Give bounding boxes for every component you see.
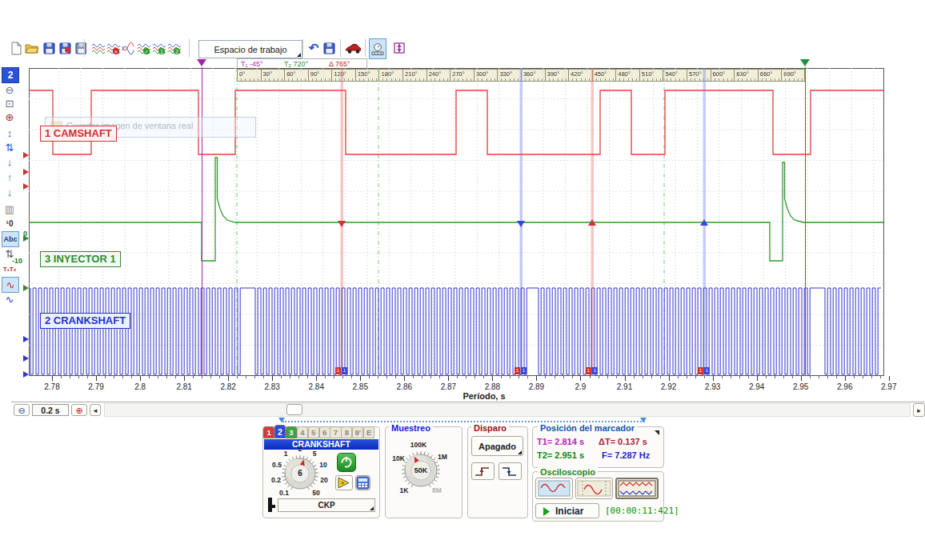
x-axis-minor-tick <box>527 376 528 378</box>
waves-view-button[interactable] <box>90 39 106 57</box>
trigger-falling-edge-button[interactable] <box>499 462 522 480</box>
event-marker-down-icon[interactable] <box>338 221 346 227</box>
waves-two-button[interactable]: 2 <box>166 39 182 57</box>
channel-calc-button[interactable] <box>355 475 370 490</box>
scroll-left-button[interactable]: ◂ <box>90 404 101 416</box>
t1t2-markers-button[interactable]: T₁T₂ <box>2 262 18 276</box>
t1-degree-label: T₁ -45° <box>241 60 263 68</box>
labels-button[interactable]: Abc <box>2 231 19 247</box>
channel-tab-2[interactable]: 2 <box>274 425 286 438</box>
x-axis-minor-tick <box>457 376 458 378</box>
waves-close-button[interactable]: × <box>105 39 121 57</box>
channel-zero-marker-icon[interactable] <box>23 183 29 190</box>
scroll-right-button[interactable]: ▸ <box>913 403 925 417</box>
trigger-mode-label: Apagado <box>479 442 516 451</box>
waveform-red-button[interactable]: ∿ <box>2 277 19 293</box>
bottom-flag-blue: 1 <box>342 367 347 374</box>
channel-zero-marker-icon[interactable] <box>23 336 29 342</box>
t1-marker-flag-icon[interactable] <box>197 59 206 66</box>
probe-select-combo[interactable]: CKP <box>278 498 375 512</box>
visible-window-indicator[interactable] <box>282 421 645 422</box>
zoom-out-button[interactable]: ⊖ <box>2 82 18 97</box>
zoom-fit-button[interactable]: ⊡ <box>2 96 18 110</box>
channel-tab-E[interactable]: E <box>363 426 374 438</box>
channel-tab-9'[interactable]: 9' <box>352 426 363 438</box>
channel-test-button[interactable]: × <box>335 475 353 490</box>
move-down-button[interactable]: ↓ <box>2 185 18 199</box>
x-axis-minor-tick <box>430 376 431 378</box>
start-button-label: Iniciar <box>555 506 583 517</box>
new-file-button[interactable] <box>8 39 24 57</box>
sine-pair-button[interactable] <box>120 39 136 57</box>
channel-2-button[interactable]: 2 <box>2 67 19 83</box>
event-marker-down-icon[interactable] <box>517 221 525 227</box>
save-as-file-button[interactable] <box>57 39 73 57</box>
t2-marker-line[interactable] <box>805 67 806 376</box>
x-axis-minor-tick <box>466 376 467 378</box>
channel-tab-6[interactable]: 6 <box>319 426 330 438</box>
event-marker-up-icon[interactable] <box>700 219 708 226</box>
timebase-zoom-out-button[interactable]: ⊖ <box>14 404 30 416</box>
undo-button[interactable]: ↶ <box>306 39 322 57</box>
marker-panel-corner-icon[interactable] <box>655 430 659 435</box>
x-axis-tick <box>272 376 273 381</box>
channel-tab-5[interactable]: 5 <box>308 426 319 438</box>
save-file-button[interactable] <box>41 39 57 57</box>
x-axis-tick-label: 2.97 <box>875 382 903 391</box>
camshaft-channel-label[interactable]: 1 CAMSHAFT <box>40 126 117 142</box>
channel-scale-knob[interactable]: 6 <box>280 454 320 494</box>
channel-zero-marker-icon[interactable] <box>23 152 29 158</box>
open-file-button[interactable] <box>24 39 40 57</box>
scrollbar-thumb[interactable] <box>286 404 302 415</box>
offset-button[interactable]: ⇅ <box>2 246 18 261</box>
horizontal-scrollbar[interactable] <box>104 403 911 417</box>
grid-button[interactable]: ▥ <box>2 202 18 216</box>
window-start-marker-icon[interactable] <box>278 418 285 422</box>
inyector-channel-label[interactable]: 3 INYECTOR 1 <box>40 251 121 267</box>
zoom-in-button[interactable]: ⊕ <box>2 110 18 124</box>
shift-down-button[interactable]: ↓ <box>2 154 18 169</box>
channel-zero-marker-icon[interactable] <box>23 371 29 378</box>
save-mini-button[interactable] <box>321 39 337 57</box>
move-up-button[interactable]: ↑ <box>2 170 18 184</box>
trigger-rising-edge-button[interactable] <box>471 462 495 480</box>
trigger-mode-combo[interactable]: Apagado <box>471 436 523 456</box>
t2-marker-flag-icon[interactable] <box>800 59 810 66</box>
x-axis-minor-tick <box>616 376 617 378</box>
start-button[interactable]: Iniciar <box>535 503 599 518</box>
split-view-button[interactable] <box>391 39 407 57</box>
measure-toggle-button[interactable] <box>369 38 386 59</box>
x-axis-tick <box>757 376 758 381</box>
mode-recorder-button[interactable] <box>615 478 659 499</box>
mode-single-button[interactable] <box>535 478 573 499</box>
channel-tab-8[interactable]: 8 <box>341 426 352 438</box>
event-marker-up-icon[interactable] <box>588 219 596 226</box>
waves-one-button[interactable]: 1 <box>150 39 166 57</box>
channel-zero-marker-icon[interactable] <box>23 235 29 242</box>
mode-continuous-button[interactable] <box>575 478 613 499</box>
channel-zero-marker-icon[interactable] <box>23 285 29 291</box>
channel-tab-4[interactable]: 4 <box>297 426 308 438</box>
workspace-combo[interactable]: Espacio de trabajo <box>198 40 302 58</box>
timebase-zoom-in-button[interactable]: ⊕ <box>71 404 87 416</box>
rising-edge-icon <box>472 463 494 479</box>
x-axis-tick <box>140 376 141 381</box>
waveform-blue-button[interactable]: ∿ <box>2 292 18 306</box>
expand-vertical-button[interactable]: ↕ <box>2 126 18 140</box>
car-button[interactable] <box>345 39 361 57</box>
knob-label: 0.2 <box>266 476 286 484</box>
compress-vertical-button[interactable]: ⇅ <box>2 140 18 154</box>
x-axis-minor-tick <box>871 376 872 378</box>
window-end-marker-icon[interactable] <box>640 418 647 422</box>
channel-zero-marker-icon[interactable] <box>23 355 29 362</box>
channel-zero-marker-icon[interactable] <box>23 169 29 175</box>
channel-power-button[interactable] <box>337 453 356 472</box>
logic-levels-button[interactable]: ¹0 <box>2 216 18 230</box>
t1-marker-line[interactable] <box>202 67 202 376</box>
x-axis-minor-tick <box>739 376 740 378</box>
crankshaft-channel-label[interactable]: 2 CRANKSHAFT <box>40 313 130 329</box>
channel-tab-3[interactable]: 3 <box>286 426 297 438</box>
channel-tab-7[interactable]: 7 <box>330 426 341 438</box>
waves-check-button[interactable]: ✓ <box>135 39 151 57</box>
channel-tab-1[interactable]: 1 <box>263 426 274 438</box>
